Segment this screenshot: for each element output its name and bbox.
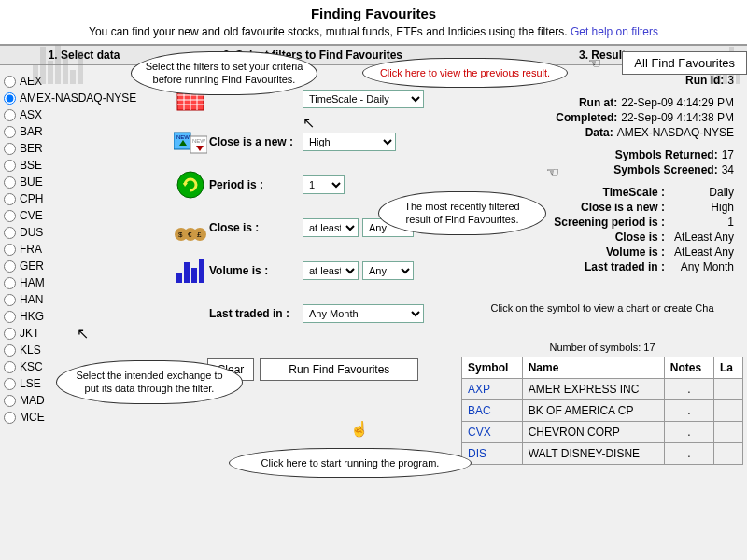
table-instruction: Click on the symbol to view a chart or c… (461, 302, 743, 314)
svg-rect-5 (70, 70, 76, 84)
table-row: AXPAMER EXPRESS INC. (462, 379, 743, 400)
exchange-radio-ham[interactable]: HAM (4, 274, 164, 291)
symbol-link[interactable]: DIS (468, 447, 486, 460)
svg-rect-33 (199, 259, 204, 283)
page-title: Finding Favourites (0, 4, 747, 23)
help-link[interactable]: Get help on filters (571, 25, 658, 38)
run-button[interactable]: Run Find Favourites (260, 358, 418, 381)
exchange-radio-bse[interactable]: BSE (4, 157, 164, 174)
exchange-radio-asx[interactable]: ASX (4, 106, 164, 123)
svg-text:NEW: NEW (192, 138, 205, 144)
exchange-radio-han[interactable]: HAN (4, 291, 164, 308)
volume-val-select[interactable]: Any (362, 261, 414, 280)
table-row: CVXCHEVRON CORP. (462, 422, 743, 443)
table-row: DISWALT DISNEY-DISNE. (462, 443, 743, 465)
exchange-radio-kls[interactable]: KLS (4, 342, 164, 358)
svg-rect-4 (63, 56, 68, 84)
filters-panel: TimeScale - Daily NEWNEW Close is a new … (168, 65, 458, 513)
exchange-radio-ber[interactable]: BER (4, 140, 164, 157)
table-count: Number of symbols: 17 (461, 342, 743, 353)
symbol-link[interactable]: BAC (468, 404, 491, 417)
timescale-select[interactable]: TimeScale - Daily (303, 90, 424, 108)
high-low-icon: NEWNEW (172, 125, 209, 159)
svg-text:$: $ (178, 231, 183, 239)
symbol-link[interactable]: AXP (468, 383, 490, 396)
close-is-label: Close is : (209, 221, 303, 234)
svg-point-23 (177, 172, 204, 198)
period-label: Period is : (209, 178, 303, 191)
exchange-radio-cph[interactable]: CPH (4, 190, 164, 207)
exchange-list: AEXAMEX-NASDAQ-NYSEASXBARBERBSEBUECPHCVE… (0, 65, 168, 513)
callout-filters: Select the filters to set your criteria … (131, 51, 317, 95)
svg-rect-0 (33, 65, 38, 84)
table-row: BACBK OF AMERICA CP. (462, 400, 743, 422)
result-panel: Run Id:3 Run at:22-Sep-09 4:14:29 PM Com… (458, 65, 747, 513)
exchange-radio-hkg[interactable]: HKG (4, 308, 164, 325)
page-subtitle: You can find your new and old favourite … (0, 23, 747, 40)
last-traded-label: Last traded in : (209, 307, 303, 320)
svg-rect-1 (40, 47, 46, 84)
last-traded-select[interactable]: Any Month (303, 304, 424, 323)
exchange-radio-jkt[interactable]: JKT (4, 325, 164, 342)
svg-rect-3 (55, 42, 61, 84)
close-new-select[interactable]: High (303, 133, 396, 151)
bar-chart-icon (172, 254, 209, 287)
exchange-radio-dus[interactable]: DUS (4, 224, 164, 241)
callout-run: Click here to start running the program. (229, 448, 472, 478)
svg-text:NEW: NEW (176, 134, 190, 140)
callout-exchange: Select the intended exchange to put its … (56, 360, 243, 404)
exchange-radio-ger[interactable]: GER (4, 258, 164, 274)
svg-rect-6 (78, 51, 83, 84)
volume-is-label: Volume is : (209, 264, 303, 277)
money-bags-icon: $€£ (172, 211, 209, 245)
exchange-radio-bue[interactable]: BUE (4, 174, 164, 190)
svg-rect-30 (176, 273, 182, 283)
close-new-label: Close is a new : (209, 135, 303, 148)
period-select[interactable]: 1 (303, 175, 345, 194)
exchange-radio-mce[interactable]: MCE (4, 409, 164, 426)
volume-cmp-select[interactable]: at least (303, 261, 359, 280)
callout-previous-result: Click here to view the previous result. (362, 58, 568, 88)
refresh-icon (172, 168, 209, 202)
exchange-radio-fra[interactable]: FRA (4, 241, 164, 258)
page-header: Finding Favourites You can find your new… (0, 0, 747, 45)
exchange-radio-bar[interactable]: BAR (4, 123, 164, 140)
svg-text:€: € (188, 231, 192, 239)
symbols-table: Symbol Name Notes La AXPAMER EXPRESS INC… (461, 357, 743, 465)
svg-text:£: £ (197, 231, 202, 239)
callout-recent-result: The most recently filtered result of Fin… (378, 191, 546, 235)
exchange-radio-amex-nasdaq-nyse[interactable]: AMEX-NASDAQ-NYSE (4, 90, 164, 106)
close-cmp-select[interactable]: at least (303, 218, 359, 237)
svg-rect-32 (191, 268, 197, 283)
exchange-radio-cve[interactable]: CVE (4, 207, 164, 224)
svg-rect-31 (184, 262, 190, 283)
svg-rect-2 (48, 61, 53, 84)
symbol-link[interactable]: CVX (468, 426, 491, 439)
